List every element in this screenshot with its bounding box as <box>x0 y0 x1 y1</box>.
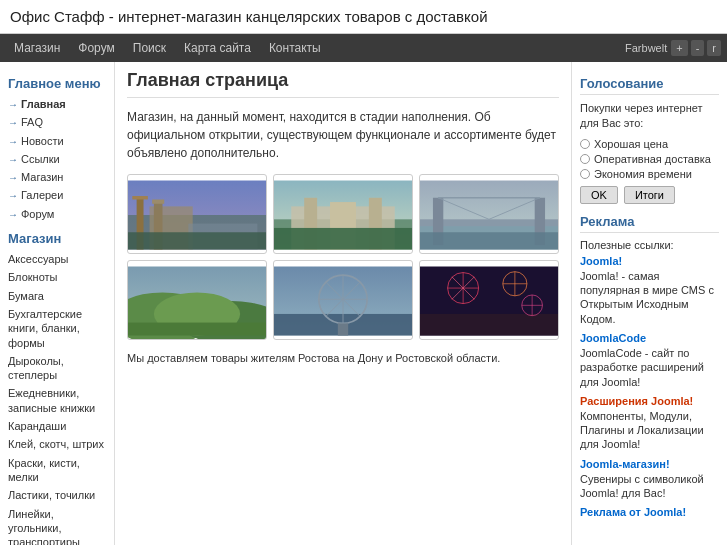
svg-rect-8 <box>128 232 266 249</box>
vote-option-2[interactable]: Оперативная доставка <box>580 153 719 165</box>
sidebar-item-diaries[interactable]: Ежедневники, записные книжки <box>8 384 106 417</box>
ad-link-joomla[interactable]: Joomla! <box>580 255 719 267</box>
image-6[interactable] <box>419 260 559 340</box>
arrow-icon: → <box>8 135 18 148</box>
vote-radio-1[interactable] <box>580 139 590 149</box>
ad-desc-extensions: Компоненты, Модули, Плагины и Локализаци… <box>580 409 719 452</box>
vote-option-3[interactable]: Экономия времени <box>580 168 719 180</box>
svg-rect-29 <box>128 323 266 336</box>
vote-subtitle: Покупки через интернет для Вас это: <box>580 101 719 132</box>
nav-items: Магазин Форум Поиск Карта сайта Контакты <box>6 37 625 59</box>
svg-rect-39 <box>420 314 558 336</box>
sidebar-item-links[interactable]: →Ссылки <box>8 150 106 168</box>
page-title: Главная страница <box>127 70 559 98</box>
site-header: Офис Стафф - интернет-магазин канцелярск… <box>0 0 727 34</box>
nav-minus-btn[interactable]: - <box>691 40 705 56</box>
vote-radio-3[interactable] <box>580 169 590 179</box>
sidebar-item-punchers[interactable]: Дыроколы, степлеры <box>8 352 106 385</box>
ad-link-shop[interactable]: Joomla-магазин! <box>580 458 719 470</box>
ad-desc-joomla: Joomla! - самая популярная в мире CMS с … <box>580 269 719 326</box>
arrow-icon: → <box>8 98 18 111</box>
main-content: Главная страница Магазин, на данный моме… <box>115 62 572 545</box>
vote-title: Голосование <box>580 76 719 95</box>
nav-magaz[interactable]: Магазин <box>6 37 68 59</box>
vote-buttons: OK Итоги <box>580 186 719 204</box>
nav-contacts[interactable]: Контакты <box>261 37 329 59</box>
navbar: Магазин Форум Поиск Карта сайта Контакты… <box>0 34 727 62</box>
sidebar-item-news[interactable]: →Новости <box>8 132 106 150</box>
nav-forum[interactable]: Форум <box>70 37 122 59</box>
ad-desc-joomlacode: JoomlaCode - сайт по разработке расширен… <box>580 346 719 389</box>
ad-desc-shop: Сувениры с символикой Joomla! для Вас! <box>580 472 719 501</box>
content-footer-text: Мы доставляем товары жителям Ростова на … <box>127 352 559 364</box>
nav-right-buttons: + - r <box>671 40 721 56</box>
sidebar-item-shop[interactable]: →Магазин <box>8 168 106 186</box>
sidebar-item-paints[interactable]: Краски, кисти, мелки <box>8 454 106 487</box>
svg-rect-15 <box>274 228 412 250</box>
main-layout: Главное меню →Главная →FAQ →Новости →Ссы… <box>0 62 727 545</box>
vote-label-2: Оперативная доставка <box>594 153 711 165</box>
sidebar-item-glavnaya[interactable]: →Главная <box>8 95 106 113</box>
arrow-icon: → <box>8 153 18 166</box>
site-title: Офис Стафф - интернет-магазин канцелярск… <box>10 8 717 25</box>
image-5[interactable] <box>273 260 413 340</box>
main-menu-title: Главное меню <box>8 76 106 91</box>
vote-results-button[interactable]: Итоги <box>624 186 675 204</box>
ad-link-extensions[interactable]: Расширения Joomla! <box>580 395 719 407</box>
nav-right: Farbwelt + - r <box>625 40 721 56</box>
sidebar-item-accounting[interactable]: Бухгалтерские книги, бланки, формы <box>8 305 106 352</box>
sidebar-item-erasers[interactable]: Ластики, точилки <box>8 486 106 504</box>
sidebar-item-faq[interactable]: →FAQ <box>8 113 106 131</box>
intro-text: Магазин, на данный момент, находится в с… <box>127 108 559 162</box>
sidebar-item-notebooks[interactable]: Блокноты <box>8 268 106 286</box>
vote-option-1[interactable]: Хорошая цена <box>580 138 719 150</box>
sidebar-item-paper[interactable]: Бумага <box>8 287 106 305</box>
image-4[interactable] <box>127 260 267 340</box>
svg-rect-3 <box>132 196 148 199</box>
arrow-icon: → <box>8 116 18 129</box>
left-sidebar: Главное меню →Главная →FAQ →Новости →Ссы… <box>0 62 115 545</box>
vote-ok-button[interactable]: OK <box>580 186 618 204</box>
sidebar-item-glue[interactable]: Клей, скотч, штрих <box>8 435 106 453</box>
ad-link-ads[interactable]: Реклама от Joomla! <box>580 506 719 518</box>
nav-search[interactable]: Поиск <box>125 37 174 59</box>
sidebar-item-gallery[interactable]: →Галереи <box>8 186 106 204</box>
ad-subtitle: Полезные ссылки: <box>580 239 719 251</box>
nav-plus-btn[interactable]: + <box>671 40 687 56</box>
vote-label-3: Экономия времени <box>594 168 692 180</box>
vote-radio-2[interactable] <box>580 154 590 164</box>
shop-menu-title: Магазин <box>8 231 106 246</box>
svg-rect-24 <box>420 232 558 249</box>
nav-username: Farbwelt <box>625 42 667 54</box>
nav-r-btn[interactable]: r <box>707 40 721 56</box>
svg-rect-37 <box>338 323 348 335</box>
sidebar-item-rulers[interactable]: Линейки, угольники, транспортиры <box>8 505 106 545</box>
sidebar-item-pencils[interactable]: Карандаши <box>8 417 106 435</box>
image-3[interactable] <box>419 174 559 254</box>
ad-title: Реклама <box>580 214 719 233</box>
sidebar-item-accessories[interactable]: Аксессуары <box>8 250 106 268</box>
sidebar-item-forum[interactable]: →Форум <box>8 205 106 223</box>
vote-label-1: Хорошая цена <box>594 138 668 150</box>
svg-rect-6 <box>152 199 164 203</box>
arrow-icon: → <box>8 171 18 184</box>
image-2[interactable] <box>273 174 413 254</box>
nav-sitemap[interactable]: Карта сайта <box>176 37 259 59</box>
image-1[interactable] <box>127 174 267 254</box>
right-sidebar: Голосование Покупки через интернет для В… <box>572 62 727 545</box>
ad-link-joomlacode[interactable]: JoomlaCode <box>580 332 719 344</box>
arrow-icon: → <box>8 208 18 221</box>
image-grid <box>127 174 559 340</box>
arrow-icon: → <box>8 189 18 202</box>
